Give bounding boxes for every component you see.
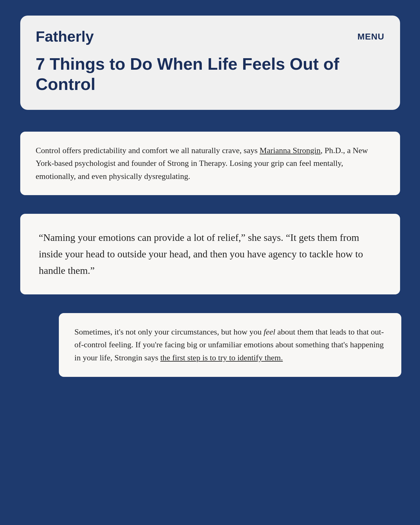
site-logo[interactable]: Fatherly [36,28,94,45]
header-card: Fatherly MENU 7 Things to Do When Life F… [20,16,400,110]
header-nav: Fatherly MENU [36,28,385,45]
quote-card: “Naming your emotions can provide a lot … [20,214,400,294]
article-title: 7 Things to Do When Life Feels Out of Co… [36,54,385,94]
detail-text: Sometimes, it's not only your circumstan… [74,326,386,364]
intro-text: Control offers predictability and comfor… [36,144,385,183]
detail-card: Sometimes, it's not only your circumstan… [59,313,401,377]
italic-feel: feel [264,327,276,336]
author-link[interactable]: Marianna Strongin [260,146,321,155]
menu-button[interactable]: MENU [357,32,384,42]
quote-text: “Naming your emotions can provide a lot … [39,229,381,279]
intro-card: Control offers predictability and comfor… [20,132,400,195]
first-step-link[interactable]: the first step is to try to identify the… [160,353,283,362]
